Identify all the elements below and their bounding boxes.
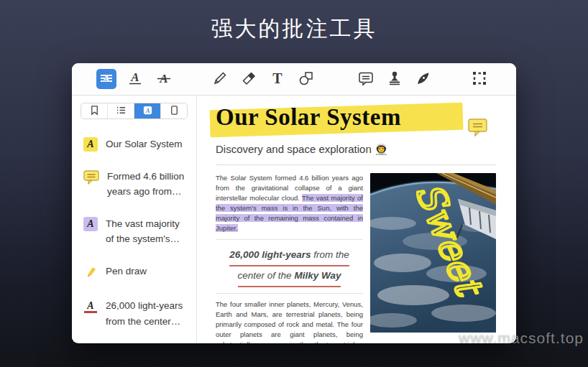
signature-tool-button[interactable]	[413, 69, 433, 89]
shapes-icon	[298, 70, 315, 89]
document-body: The Solar System formed 4.6 billion year…	[216, 173, 496, 343]
strikethrough-tool-button[interactable]: A	[154, 69, 174, 89]
red-underline-badge-icon: A	[83, 299, 98, 313]
pencil-icon	[211, 70, 229, 89]
sidebar-tabs: A	[81, 103, 188, 119]
app-window: A A A	[72, 63, 516, 343]
tab-bookmarks[interactable]	[81, 103, 108, 119]
quote-text: from the	[311, 249, 349, 260]
annotation-item-label: The vast majority of the system's…	[106, 216, 186, 247]
select-marquee-icon	[471, 70, 488, 89]
page-icon	[169, 105, 180, 118]
document-divider	[216, 164, 496, 165]
underline-tool-button[interactable]: A	[125, 69, 145, 89]
document-title: Our Solar System	[216, 104, 496, 131]
eraser-icon	[240, 70, 257, 89]
text-tool-icon: T	[269, 70, 286, 89]
eraser-tool-button[interactable]	[239, 69, 259, 89]
annotation-badge-icon: A	[142, 105, 153, 118]
annotation-item-label: Our Solar System	[106, 136, 186, 152]
paragraph-1: The Solar System formed 4.6 billion year…	[216, 173, 363, 233]
document-subtitle: Discovery and space exploration 👨‍🚀	[216, 143, 496, 156]
document-page: Our Solar System Discovery and space exp…	[197, 96, 516, 343]
annotation-toolbar: A A A	[72, 63, 516, 96]
highlight-tool-button[interactable]: A	[96, 69, 116, 89]
note-icon	[357, 70, 375, 89]
stamp-icon	[386, 70, 403, 89]
note-icon	[468, 128, 487, 139]
annotation-list: A Our Solar System Formed 4.6 billion ye…	[81, 119, 188, 329]
quote-bold-text: Milky Way	[294, 270, 341, 281]
pull-quote: 26,000 light-years from the center of th…	[216, 246, 363, 287]
note-annotation[interactable]	[468, 119, 487, 139]
annotation-list-item[interactable]: A Our Solar System	[83, 136, 186, 152]
annotation-list-item[interactable]: A 26,000 light-years from the center…	[83, 298, 186, 329]
tab-thumbnails[interactable]	[161, 103, 187, 119]
sidebar: A A Our Solar System	[72, 96, 197, 343]
stamp-tool-button[interactable]	[385, 69, 405, 89]
yellow-highlight-badge-icon: A	[83, 137, 98, 152]
strikethrough-text-icon: A	[155, 70, 173, 89]
pencil-tool-button[interactable]	[210, 69, 230, 89]
shapes-tool-button[interactable]	[296, 69, 316, 89]
annotation-item-label: Pen draw	[106, 264, 186, 282]
svg-text:T: T	[272, 70, 282, 86]
svg-text:A: A	[102, 73, 109, 84]
outline-list-icon	[116, 105, 127, 118]
document-divider	[216, 239, 363, 240]
document-title-block: Our Solar System	[216, 104, 496, 141]
tab-annotations[interactable]: A	[134, 103, 161, 119]
select-tool-button[interactable]	[469, 69, 490, 89]
quote-bold-text: 26,000 light-years	[229, 249, 311, 260]
document-text-column: The Solar System formed 4.6 billion year…	[216, 173, 363, 343]
signature-pen-icon	[415, 70, 432, 89]
paragraph-2: The four smaller inner planets, Mercury,…	[216, 299, 363, 343]
note-icon	[83, 170, 99, 200]
red-underline-annotation[interactable]: 26,000 light-years from the	[229, 246, 349, 266]
bookmark-icon	[89, 105, 100, 118]
tab-outline[interactable]	[108, 103, 134, 119]
annotation-item-label: 26,000 light-years from the center…	[106, 298, 186, 329]
annotation-list-item[interactable]: Pen draw	[83, 264, 186, 282]
window-content: A A Our Solar System	[72, 96, 516, 343]
purple-highlight-badge-icon: A	[83, 217, 98, 231]
document-image: Sweet	[370, 173, 496, 333]
text-tool-button[interactable]: T	[267, 69, 288, 89]
annotation-list-item[interactable]: Formed 4.6 billion years ago from…	[83, 169, 186, 200]
annotation-item-label: Formed 4.6 billion years ago from…	[107, 169, 186, 200]
svg-text:A: A	[130, 70, 139, 84]
note-tool-button[interactable]	[356, 69, 376, 89]
document-divider	[216, 293, 363, 294]
highlight-text-icon: A	[98, 70, 115, 89]
pen-icon	[83, 264, 98, 282]
underline-text-icon: A	[127, 70, 144, 89]
watermark: www.macsoft.top	[459, 330, 584, 347]
red-underline-annotation[interactable]: center of the Milky Way	[238, 266, 341, 287]
page-title: 强大的批注工具	[0, 0, 588, 44]
annotation-list-item[interactable]: A The vast majority of the system's…	[83, 216, 186, 247]
svg-text:A: A	[144, 106, 150, 113]
quote-text: center of the	[238, 270, 295, 281]
